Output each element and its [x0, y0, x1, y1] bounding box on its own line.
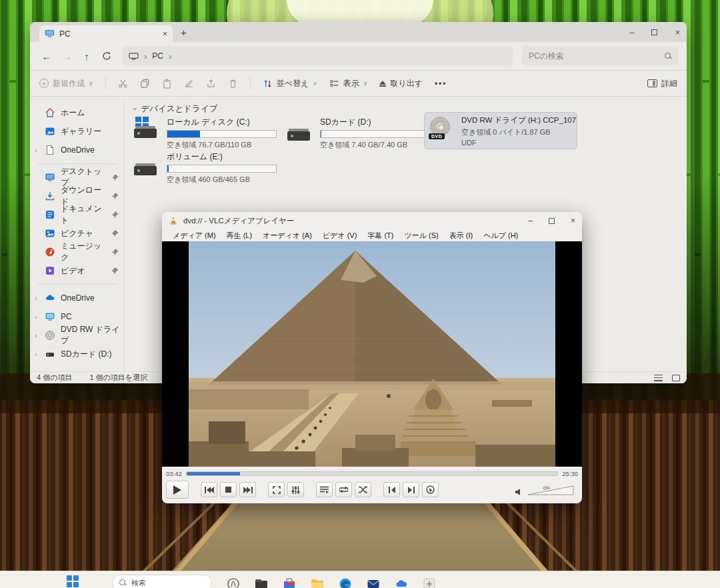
sidebar-item-dvd-drive[interactable]: › DVD RW ドライブ [30, 326, 124, 345]
forward-button[interactable]: → [58, 47, 75, 65]
explorer-tab-pc[interactable]: PC × [39, 25, 173, 42]
next-button[interactable] [239, 482, 256, 497]
previous-frame-button[interactable] [383, 482, 400, 497]
plus-circle-icon: + [39, 79, 49, 88]
rename-icon[interactable] [184, 79, 194, 89]
more-icon: ••• [435, 79, 447, 88]
toolbar-divider [250, 77, 251, 90]
search-box[interactable]: PCの検索 [522, 47, 679, 65]
toolbar-divider [105, 77, 106, 90]
explorer-tab-bar: PC × + – × [30, 22, 687, 42]
previous-button[interactable] [201, 482, 217, 497]
file-explorer-taskbar-icon[interactable] [255, 577, 268, 588]
stop-button[interactable] [220, 482, 237, 497]
drive-tile-sd-card[interactable]: SDカード (D:) 空き領域 7.40 GB/7.40 GB [283, 114, 434, 153]
sidebar-item-home[interactable]: ホーム [30, 103, 124, 122]
drive-tile-local-disk-c[interactable]: ローカル ディスク (C:) 空き領域 76.7 GB/110 GB [130, 114, 281, 153]
volume-slider[interactable]: 0% [527, 484, 575, 496]
sidebar-item-desktop[interactable]: デスクトップ [30, 168, 124, 187]
devices-and-drives-header[interactable]: › デバイスとドライブ [134, 103, 687, 115]
paste-icon[interactable] [162, 79, 172, 89]
store-icon[interactable] [283, 577, 296, 588]
tab-close-icon[interactable]: × [162, 29, 167, 39]
back-button[interactable]: ← [38, 47, 55, 65]
explorer-close-button[interactable]: × [675, 27, 680, 37]
up-button[interactable]: ↑ [78, 47, 95, 65]
sidebar-item-onedrive-top[interactable]: › OneDrive [30, 141, 124, 159]
share-icon[interactable] [206, 79, 216, 89]
shuffle-button[interactable] [355, 482, 371, 497]
drive-tile-dvd-selected[interactable]: DVD DVD RW ドライブ (H:) CCP_107 空き領域 0 バイト/… [425, 113, 577, 149]
sort-button[interactable]: 並べ替え ∨ [263, 78, 317, 89]
vlc-maximize-button[interactable] [549, 218, 555, 224]
new-tab-button[interactable]: + [181, 27, 187, 38]
pictures-icon [45, 228, 55, 239]
vlc-video-area[interactable] [162, 241, 582, 467]
copilot-icon[interactable] [227, 577, 240, 588]
playlist-button[interactable] [316, 482, 333, 497]
seek-bar[interactable] [186, 471, 558, 476]
sidebar-item-sd-card[interactable]: › SDカード (D:) [30, 345, 124, 363]
fullscreen-button[interactable] [268, 482, 285, 497]
vlc-minimize-button[interactable]: – [528, 216, 533, 225]
pinned-app-icon[interactable] [423, 577, 436, 588]
gallery-icon [45, 126, 55, 137]
hdd-icon [134, 159, 161, 177]
delete-icon[interactable] [228, 79, 238, 89]
search-icon [119, 579, 127, 587]
extended-settings-button[interactable] [287, 482, 304, 497]
thumbnail-view-toggle[interactable] [672, 375, 680, 381]
menu-help[interactable]: ヘルプ (H) [478, 231, 523, 241]
sidebar-item-videos[interactable]: ビデオ [30, 261, 124, 280]
previous-icon [205, 487, 214, 493]
menu-playback[interactable]: 再生 (L) [221, 231, 258, 241]
sidebar-label: ビデオ [61, 265, 85, 277]
next-frame-button[interactable] [403, 482, 419, 497]
more-button[interactable]: ••• [435, 79, 447, 88]
refresh-button[interactable] [98, 47, 115, 65]
new-button[interactable]: + 新規作成 ∨ [39, 78, 93, 89]
eject-button[interactable]: 取り出す [379, 78, 423, 89]
document-icon [45, 145, 55, 155]
breadcrumb-pc[interactable]: PC [152, 51, 163, 61]
drive-filesystem: UDF [461, 139, 576, 147]
sidebar-item-pc[interactable]: › PC [30, 307, 124, 326]
edge-icon[interactable] [339, 577, 352, 588]
sidebar-label: ホーム [61, 107, 85, 119]
details-toggle-button[interactable]: 詳細 [647, 78, 677, 89]
sidebar-item-gallery[interactable]: ギャラリー [30, 122, 124, 141]
vlc-close-button[interactable]: × [571, 216, 575, 225]
drive-free-space: 空き領域 460 GB/465 GB [167, 175, 277, 185]
menu-tools[interactable]: ツール (S) [399, 231, 443, 241]
sidebar-divider [37, 163, 117, 164]
play-button[interactable] [166, 481, 189, 499]
address-bar[interactable]: › PC › [122, 47, 513, 65]
drive-tile-volume-e[interactable]: ボリューム (E:) 空き領域 460 GB/465 GB [130, 149, 281, 187]
mail-icon[interactable] [367, 577, 380, 588]
menu-audio[interactable]: オーディオ (A) [257, 231, 317, 241]
explorer-minimize-button[interactable]: – [629, 27, 634, 37]
sidebar-item-music[interactable]: ミュージック [30, 243, 124, 261]
sidebar-item-documents[interactable]: ドキュメント [30, 205, 124, 224]
explorer-maximize-button[interactable] [651, 29, 657, 35]
list-view-toggle[interactable] [654, 375, 663, 381]
cut-icon[interactable] [118, 79, 128, 89]
loop-button[interactable] [335, 482, 352, 497]
sidebar-label: ドキュメント [61, 203, 105, 226]
desktop-icon [45, 172, 55, 183]
taskbar-search[interactable]: 検索 [112, 575, 212, 588]
menu-media[interactable]: メディア (M) [167, 231, 221, 241]
folder-icon[interactable] [311, 577, 324, 588]
copy-icon[interactable] [140, 79, 150, 89]
sidebar-item-onedrive[interactable]: › OneDrive [30, 289, 124, 307]
sidebar-item-pictures[interactable]: ピクチャ [30, 224, 124, 243]
menu-subtitle[interactable]: 字幕 (T) [362, 231, 399, 241]
sidebar-item-downloads[interactable]: ダウンロード [30, 187, 124, 205]
start-button[interactable] [67, 575, 79, 587]
view-button[interactable]: 表示 ∨ [329, 78, 368, 89]
menu-view[interactable]: 表示 (I) [444, 231, 478, 241]
dvd-menu-button[interactable] [422, 482, 439, 497]
vlc-title-bar[interactable]: dvd:// - VLCメディアプレイヤー – × [162, 212, 582, 229]
menu-video[interactable]: ビデオ (V) [317, 231, 363, 241]
onedrive-taskbar-icon[interactable] [395, 577, 408, 588]
